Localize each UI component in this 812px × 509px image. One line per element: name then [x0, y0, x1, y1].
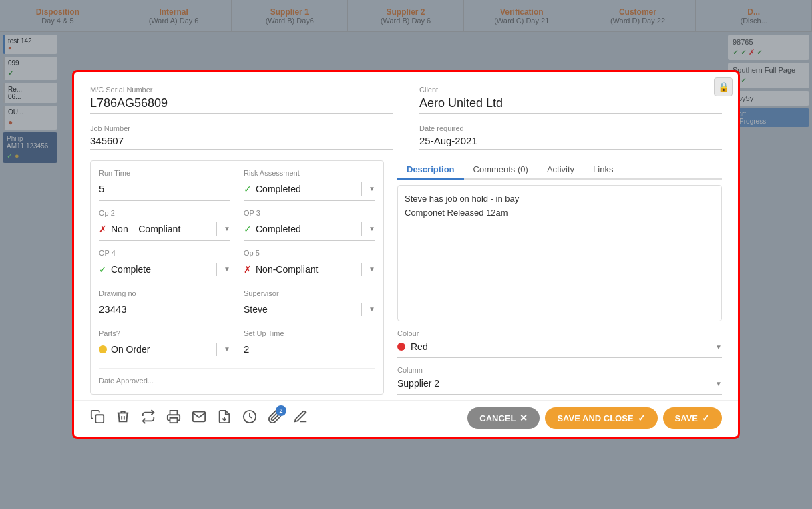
op3-label: OP 3	[244, 209, 375, 217]
op4-check-icon: ✓	[99, 264, 107, 275]
op5-x-icon: ✗	[244, 264, 252, 275]
supervisor-label: Supervisor	[244, 289, 375, 297]
description-textarea[interactable]: Steve has job on hold - in bay Componet …	[397, 185, 722, 321]
op3-field: OP 3 ✓ Completed ▼	[244, 209, 375, 241]
mc-serial-value: L786AG56809	[90, 96, 393, 114]
run-time-field: Run Time	[99, 169, 230, 201]
mc-serial-field: M/C Serial Number L786AG56809	[90, 86, 393, 114]
op2-label: Op 2	[99, 209, 230, 217]
divider	[708, 340, 708, 353]
setup-time-input[interactable]	[244, 343, 375, 355]
cancel-label: CANCEL	[479, 413, 516, 423]
tab-activity[interactable]: Activity	[538, 160, 584, 180]
drawing-no-input[interactable]	[99, 303, 230, 315]
op3-control[interactable]: ✓ Completed ▼	[244, 220, 375, 241]
tab-links[interactable]: Links	[584, 160, 622, 180]
op2-value: Non – Compliant	[111, 224, 180, 234]
ops-grid: Run Time Risk Assessment ✓	[99, 169, 375, 361]
divider	[216, 263, 217, 276]
divider	[216, 222, 217, 236]
chevron-down-icon: ▼	[369, 305, 375, 313]
risk-assessment-value: Completed	[256, 184, 301, 194]
attachment-icon[interactable]: 2	[268, 409, 282, 428]
save-button[interactable]: SAVE ✓	[663, 407, 722, 429]
parts-control[interactable]: On Order ▼	[99, 340, 230, 361]
cancel-button[interactable]: CANCEL ✕	[467, 407, 540, 429]
op5-value: Non-Compliant	[256, 264, 318, 275]
client-value: Aero United Ltd	[419, 96, 722, 114]
divider	[708, 377, 708, 390]
cancel-x-icon: ✕	[520, 413, 528, 423]
op2-dropdown[interactable]: ✗ Non – Compliant ▼	[99, 222, 230, 236]
parts-dropdown[interactable]: On Order ▼	[99, 343, 230, 356]
clock-icon[interactable]	[242, 409, 257, 428]
chevron-down-icon: ▼	[369, 265, 375, 273]
run-time-control[interactable]	[99, 180, 230, 201]
attachment-badge: 2	[276, 405, 286, 416]
op5-dropdown[interactable]: ✗ Non-Compliant ▼	[244, 263, 375, 276]
svg-rect-1	[170, 417, 178, 422]
parts-dot-icon	[99, 345, 107, 353]
setup-time-label: Set Up Time	[244, 329, 375, 337]
column-control[interactable]: Supplier 2 ▼	[397, 377, 722, 395]
chevron-down-icon: ▼	[224, 345, 230, 353]
client-field: Client Aero United Ltd	[419, 86, 722, 114]
colour-column-section: Colour Red ▼	[397, 329, 722, 395]
op4-value: Complete	[111, 264, 151, 275]
modal-footer: 2 CANCEL ✕ SAVE AND CLOSE ✓	[74, 400, 738, 437]
column-label: Column	[397, 366, 722, 374]
tabs: Description Comments (0) Activity Links	[397, 160, 722, 180]
second-fields: Job Number 345607 Date required 25-Aug-2…	[90, 124, 722, 150]
supervisor-value: Steve	[244, 304, 268, 315]
delete-icon[interactable]	[116, 409, 130, 428]
op2-control[interactable]: ✗ Non – Compliant ▼	[99, 220, 230, 241]
colour-value: Red	[411, 341, 428, 352]
date-required-value: 25-Aug-2021	[419, 135, 722, 150]
column-field: Column Supplier 2 ▼	[397, 366, 722, 395]
colour-control[interactable]: Red ▼	[397, 340, 722, 358]
modal-overlay: 🔒 M/C Serial Number L786AG56809 Client A…	[0, 0, 812, 509]
save-and-close-check-icon: ✓	[638, 413, 646, 423]
divider	[361, 222, 362, 236]
drawing-no-control[interactable]	[99, 300, 230, 321]
client-label: Client	[419, 86, 722, 94]
risk-assessment-dropdown[interactable]: ✓ Completed ▼	[244, 182, 375, 196]
risk-assessment-field: Risk Assessment ✓ Completed ▼	[244, 169, 375, 201]
job-number-value: 345607	[90, 135, 393, 150]
email-icon[interactable]	[192, 409, 206, 428]
sign-icon[interactable]	[293, 409, 308, 428]
op5-field: Op 5 ✗ Non-Compliant ▼	[244, 249, 375, 281]
colour-field: Colour Red ▼	[397, 329, 722, 358]
supervisor-field: Supervisor Steve ▼	[244, 289, 375, 321]
description-line2: Componet Released 12am	[405, 206, 715, 220]
chevron-down-icon: ▼	[715, 343, 722, 351]
run-time-input[interactable]	[99, 183, 230, 194]
supervisor-control[interactable]: Steve ▼	[244, 300, 375, 321]
drawing-no-field: Drawing no	[99, 289, 230, 321]
chevron-down-icon: ▼	[224, 225, 230, 232]
risk-assessment-control[interactable]: ✓ Completed ▼	[244, 180, 375, 201]
save-and-close-button[interactable]: SAVE AND CLOSE ✓	[545, 407, 657, 429]
op2-x-icon: ✗	[99, 224, 107, 234]
drawing-no-label: Drawing no	[99, 289, 230, 297]
op5-label: Op 5	[244, 249, 375, 257]
print-icon[interactable]	[166, 409, 181, 428]
lock-button[interactable]: 🔒	[714, 77, 733, 96]
setup-time-control[interactable]	[244, 340, 375, 361]
transfer-icon[interactable]	[141, 409, 156, 428]
tab-comments[interactable]: Comments (0)	[464, 160, 538, 180]
divider	[361, 263, 362, 276]
colour-label: Colour	[397, 329, 722, 337]
action-buttons: CANCEL ✕ SAVE AND CLOSE ✓ SAVE ✓	[467, 407, 722, 429]
modal-inner: M/C Serial Number L786AG56809 Client Aer…	[74, 72, 738, 395]
main-content: Run Time Risk Assessment ✓	[90, 160, 722, 395]
op4-dropdown[interactable]: ✓ Complete ▼	[99, 263, 230, 276]
op3-dropdown[interactable]: ✓ Completed ▼	[244, 222, 375, 236]
op5-control[interactable]: ✗ Non-Compliant ▼	[244, 260, 375, 281]
op4-control[interactable]: ✓ Complete ▼	[99, 260, 230, 281]
supervisor-dropdown[interactable]: Steve ▼	[244, 303, 375, 316]
colour-dot-icon	[397, 343, 405, 351]
export-icon[interactable]	[217, 409, 232, 428]
copy-icon[interactable]	[90, 409, 105, 428]
tab-description[interactable]: Description	[397, 160, 464, 180]
